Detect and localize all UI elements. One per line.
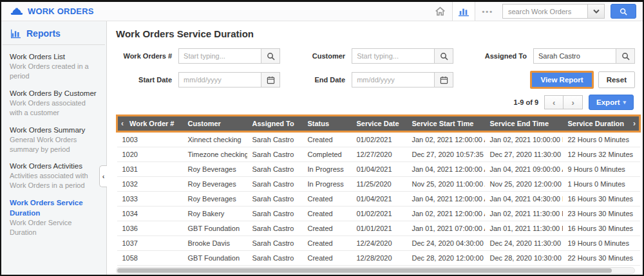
table-cell: 16 Hours 30 Minutes — [563, 192, 640, 207]
table-cell: Dec 28, 2020 12:00:00 AM — [407, 251, 485, 266]
reports-view-button[interactable] — [452, 2, 475, 21]
filter-label: Work Orders # — [123, 52, 172, 60]
home-icon — [435, 6, 446, 16]
table-row[interactable]: 1036GBT FoundationSarah CastroCreated01/… — [117, 221, 640, 236]
table-row[interactable]: 1058GBT FoundationSarah CastroCreated12/… — [117, 251, 640, 266]
table-cell: 22 Hours 30 Minutes — [563, 251, 640, 266]
chevron-left-icon: ‹ — [553, 98, 555, 107]
table-cell: 1034 — [117, 207, 183, 221]
table-cell: Roy Beverages — [183, 177, 247, 192]
customer-input[interactable] — [352, 48, 434, 64]
table-cell: Jan 04, 2021 04:30:00 PM — [485, 192, 563, 207]
sidebar-collapse-handle[interactable]: ‹ — [99, 165, 107, 187]
table-cell: Nov 25, 2020 12:00:00 PM — [485, 177, 563, 192]
app-logo[interactable]: WORK ORDERS — [10, 6, 94, 16]
column-header-service-start-time[interactable]: Service Start Time — [407, 116, 485, 132]
table-cell: 1003 — [117, 132, 183, 147]
table-cell: Jan 02, 2021 12:00:00 AM — [407, 207, 485, 221]
sidebar-item-work-orders-summary[interactable]: Work Orders Summary General Work Orders … — [10, 125, 100, 154]
reports-sidebar: Reports Work Orders List Work Orders cre… — [1, 21, 107, 275]
assigned-to-lookup-button[interactable] — [616, 48, 635, 64]
column-header-status[interactable]: Status — [303, 116, 352, 132]
sidebar-item-work-orders-activities[interactable]: Work Orders Activities Activities associ… — [10, 161, 100, 190]
table-row[interactable]: 1033Roy BeveragesSarah CastroCreated01/0… — [117, 192, 640, 207]
sidebar-item-work-orders-by-customer[interactable]: Work Orders By Customer Work Orders asso… — [10, 88, 100, 118]
work-orders-table: ‹ Work Order # Customer Assigned To Stat… — [116, 115, 641, 266]
scroll-right-icon[interactable]: › — [633, 119, 636, 128]
column-header-assigned-to[interactable]: Assigned To — [247, 116, 303, 132]
column-header-customer[interactable]: Customer — [183, 116, 247, 132]
search-submit-button[interactable] — [611, 4, 636, 19]
table-cell: 12/28/2020 — [352, 251, 407, 266]
start-date-calendar-button[interactable] — [261, 72, 280, 87]
table-cell: Jan 02, 2021 11:30:00 PM — [485, 207, 563, 221]
table-cell: Sarah Castro — [247, 192, 303, 207]
horizontal-scrollbar-thumb[interactable] — [117, 268, 612, 273]
table-cell: Dec 24, 2020 11:30:00 PM — [485, 236, 563, 251]
filter-label: Start Date — [138, 76, 172, 84]
table-cell: Xinnect checking — [183, 132, 247, 147]
filter-label: End Date — [314, 76, 345, 84]
search-input[interactable] — [502, 4, 587, 19]
table-cell: 16 Hours 30 Minutes — [563, 221, 640, 236]
filter-label: Assigned To — [485, 52, 527, 60]
table-cell: Dec 28, 2020 10:30:00 PM — [485, 251, 563, 266]
more-options-button[interactable]: ••• — [475, 8, 500, 15]
topbar-actions: ••• — [428, 2, 636, 21]
column-header-service-date[interactable]: Service Date — [352, 116, 407, 132]
work-orders-input[interactable] — [178, 48, 261, 64]
column-header-work-order[interactable]: ‹ Work Order # — [117, 116, 183, 132]
table-row[interactable]: 1003Xinnect checkingSarah CastroCreated0… — [117, 132, 640, 147]
filter-work-orders: Work Orders # — [116, 48, 280, 64]
end-date-input[interactable] — [352, 72, 434, 87]
table-cell: 19 Hours 0 Minutes — [563, 236, 640, 251]
column-label: Service Date — [357, 120, 399, 127]
report-item-desc: General Work Orders summary by period — [10, 135, 100, 154]
pager: ‹ › — [544, 95, 583, 109]
export-button[interactable]: Export ▾ — [589, 95, 634, 110]
assigned-to-input[interactable] — [533, 48, 616, 64]
table-row[interactable]: 1031Roy BeveragesSarah CastroIn Progress… — [117, 162, 640, 177]
table-row[interactable]: 1020Timezone checkingSarah CastroComplet… — [117, 147, 640, 162]
table-header-row: ‹ Work Order # Customer Assigned To Stat… — [117, 116, 640, 132]
column-header-service-end-time[interactable]: Service End Time — [485, 116, 563, 132]
table-cell: 12 Hours 32 Minutes — [563, 147, 640, 162]
start-date-input[interactable] — [178, 72, 261, 87]
chevron-left-icon: ‹ — [102, 172, 105, 180]
home-button[interactable] — [428, 2, 452, 21]
table-cell: Nov 25, 2020 11:00:00 AM — [407, 177, 485, 192]
next-page-button[interactable]: › — [564, 95, 583, 109]
search-scope-dropdown[interactable] — [587, 4, 605, 19]
report-item-desc: Activities associated with Work Orders i… — [10, 171, 100, 190]
work-orders-lookup-button[interactable] — [261, 48, 280, 64]
reset-button[interactable]: Reset — [598, 71, 635, 88]
customer-lookup-button[interactable] — [434, 48, 453, 64]
table-row[interactable]: 1034Roy BakerySarah CastroCreated01/02/2… — [117, 207, 640, 221]
filter-customer: Customer — [289, 48, 453, 64]
topbar: WORK ORDERS — [1, 2, 643, 21]
sidebar-item-work-orders-list[interactable]: Work Orders List Work Orders created in … — [10, 51, 100, 81]
table-row[interactable]: 1037Brooke DavisSarah CastroCreated12/24… — [117, 236, 640, 251]
sidebar-item-work-orders-service-duration[interactable]: Work Orders Service Duration Work Order … — [10, 198, 100, 237]
column-header-service-duration[interactable]: Service Duration › — [563, 116, 640, 132]
caret-down-icon: ▾ — [623, 99, 626, 106]
record-range: 1-9 of 9 — [514, 98, 539, 106]
report-item-desc: Work Order Service Duration — [10, 218, 100, 237]
column-label: Service Duration — [568, 120, 624, 127]
report-item-title: Work Orders Activities — [10, 161, 100, 171]
prev-page-button[interactable]: ‹ — [544, 95, 564, 109]
table-row[interactable]: 1032Roy BeveragesSarah CastroIn Progress… — [117, 177, 640, 192]
chevron-right-icon: › — [571, 98, 574, 107]
report-item-title: Work Orders List — [10, 51, 100, 62]
view-report-button[interactable]: View Report — [530, 71, 593, 89]
table-cell: Created — [303, 236, 352, 251]
filter-end-date: End Date — [289, 71, 453, 89]
table-cell: Jan 04, 2021 12:00:00 AM — [407, 162, 485, 177]
table-cell: Dec 27, 2020 11:30:00 PM — [485, 147, 563, 162]
main-panel: Work Orders Service Duration Work Orders… — [107, 21, 643, 275]
table-cell: 1 Hours 0 Minutes — [563, 177, 640, 192]
table-cell: Sarah Castro — [247, 162, 303, 177]
end-date-calendar-button[interactable] — [434, 72, 453, 87]
filter-assigned-to: Assigned To — [462, 48, 635, 64]
scroll-left-icon[interactable]: ‹ — [121, 119, 124, 128]
